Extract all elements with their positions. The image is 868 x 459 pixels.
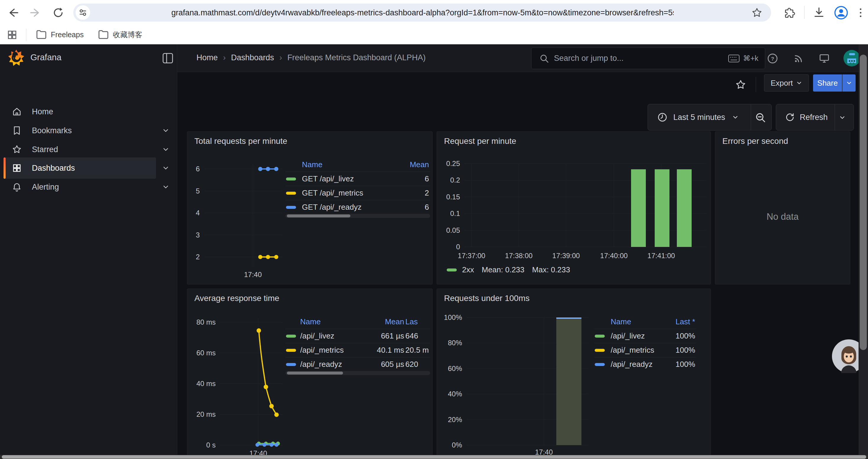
extensions-icon[interactable] — [783, 6, 795, 18]
panel-requests-under-100ms: Requests under 100ms 100%80%60%40%20%0%1… — [437, 289, 711, 459]
time-range-picker[interactable]: Last 5 minutes — [648, 112, 739, 122]
legend-row[interactable]: GET /api/_livez6 — [285, 172, 430, 186]
breadcrumb-current: Freeleaps Metrics Dashboard (ALPHA) — [287, 53, 426, 62]
search-input[interactable]: Search or jump to... ⌘+k — [531, 47, 765, 69]
legend-column-header[interactable]: Mean — [395, 160, 430, 169]
series-value: 40.1 ms — [367, 346, 405, 355]
legend-column-header[interactable]: Las — [405, 317, 430, 326]
browser-menu-icon[interactable] — [859, 7, 863, 18]
vertical-scrollbar-thumb[interactable] — [860, 55, 867, 350]
refresh-interval-chevron-icon[interactable] — [839, 114, 846, 121]
svg-text:0 s: 0 s — [206, 441, 216, 449]
legend-row[interactable]: /api/_readyz100% — [594, 357, 696, 371]
export-button[interactable]: Export — [764, 74, 809, 92]
panel-avg-response-time: Average response time 80 ms60 ms40 ms20 … — [187, 289, 433, 459]
legend-row[interactable]: 2xxMean: 0.233Max: 0.233 — [447, 265, 570, 274]
bookmarks-bar: Freeleaps 收藏博客 — [0, 25, 868, 44]
legend-row[interactable]: /api/_metrics40.1 ms20.5 m — [285, 343, 430, 357]
series-color-pill — [595, 335, 605, 338]
panel-request-per-minute: Request per minute 0.250.20.150.10.05017… — [437, 131, 711, 285]
series-max: Max: 0.233 — [532, 265, 570, 274]
search-icon — [539, 54, 549, 64]
legend-row[interactable]: GET /api/_readyz6 — [285, 200, 430, 214]
legend-row[interactable]: /api/_livez100% — [594, 329, 696, 343]
sidebar-item-starred[interactable]: Starred — [0, 139, 177, 160]
legend-column-header[interactable]: Name — [302, 160, 395, 169]
svg-text:60 ms: 60 ms — [196, 349, 216, 357]
grafana-header-left: Grafana — [0, 44, 177, 72]
sidebar-item-bookmarks[interactable]: Bookmarks — [0, 120, 177, 141]
legend-scrollbar-thumb[interactable] — [287, 371, 343, 374]
series-name: GET /api/_livez — [302, 174, 395, 184]
sidebar-item-label: Alerting — [32, 183, 59, 192]
clock-icon — [657, 112, 668, 122]
legend-scrollbar-thumb[interactable] — [287, 215, 350, 218]
refresh-button[interactable]: Refresh — [776, 112, 828, 122]
share-menu-button[interactable] — [842, 74, 856, 92]
svg-text:20 ms: 20 ms — [196, 410, 216, 418]
series-color-pill — [447, 268, 457, 271]
svg-text:0%: 0% — [452, 441, 462, 449]
grafana-logo-icon[interactable] — [8, 49, 25, 67]
chevron-down-icon — [732, 114, 739, 121]
chevron-down-icon — [162, 127, 169, 134]
svg-text:2: 2 — [196, 253, 200, 261]
back-icon[interactable] — [8, 8, 18, 18]
svg-text:17:38:00: 17:38:00 — [505, 252, 532, 260]
bookmark-folder-label: Freeleaps — [51, 30, 84, 39]
reload-icon[interactable] — [53, 7, 64, 18]
brand-label: Grafana — [30, 53, 61, 62]
url-input[interactable] — [171, 4, 674, 22]
forward-icon[interactable] — [30, 8, 41, 18]
horizontal-scrollbar-thumb[interactable] — [2, 455, 866, 459]
sidebar-item-alerting[interactable]: Alerting — [0, 176, 177, 198]
sidebar-item-dashboards[interactable]: Dashboards — [0, 157, 177, 179]
favorite-star-icon[interactable] — [735, 79, 746, 90]
downloads-icon[interactable] — [813, 6, 825, 18]
request-per-minute-chart: 0.250.20.150.10.05017:37:0017:38:0017:39… — [437, 132, 711, 285]
bookmark-folder-freeleaps[interactable]: Freeleaps — [35, 29, 84, 40]
legend-column-header[interactable]: Name — [300, 317, 367, 326]
address-bar[interactable] — [73, 4, 771, 22]
site-settings-icon[interactable] — [75, 5, 90, 20]
svg-text:0.1: 0.1 — [450, 209, 460, 218]
legend-column-header[interactable]: Name — [611, 317, 665, 326]
chevron-down-icon — [162, 164, 169, 172]
share-button[interactable]: Share — [813, 74, 842, 92]
profile-icon[interactable] — [834, 5, 848, 20]
series-name: GET /api/_readyz — [302, 203, 395, 212]
breadcrumb-home[interactable]: Home — [196, 53, 218, 62]
sidebar-item-home[interactable]: Home — [0, 101, 177, 122]
sidebar-toggle-icon[interactable] — [162, 52, 174, 64]
legend-row[interactable]: /api/_readyz605 µs620 — [285, 357, 430, 371]
apps-grid-icon — [12, 163, 22, 173]
monitor-icon[interactable] — [818, 53, 830, 64]
legend-column-header[interactable]: Last * — [665, 317, 696, 326]
sidebar-item-label: Bookmarks — [32, 126, 72, 135]
group-divider — [751, 104, 751, 130]
svg-text:20%: 20% — [448, 416, 462, 424]
legend-row[interactable]: GET /api/_metrics2 — [285, 186, 430, 200]
legend-column-header[interactable]: Mean — [367, 317, 405, 326]
breadcrumb-dashboards[interactable]: Dashboards — [231, 53, 274, 62]
svg-text:60%: 60% — [448, 364, 462, 372]
help-icon[interactable]: ? — [767, 53, 778, 64]
svg-text:40 ms: 40 ms — [196, 380, 216, 388]
zoom-out-icon[interactable] — [755, 112, 766, 123]
grafana-header: Grafana Home › Dashboards › Freeleaps Me… — [0, 44, 868, 72]
bookmark-folder-blog[interactable]: 收藏博客 — [97, 29, 143, 40]
series-name[interactable]: 2xx — [462, 265, 474, 274]
refresh-group: Refresh — [776, 104, 854, 131]
series-value: 661 µs — [367, 331, 405, 340]
panel-title[interactable]: Errors per second — [722, 136, 788, 146]
user-avatar[interactable] — [843, 50, 860, 67]
legend-row[interactable]: /api/_metrics100% — [594, 343, 696, 357]
apps-grid-icon[interactable] — [6, 29, 18, 40]
series-color-pill — [286, 349, 296, 352]
rss-news-icon[interactable] — [793, 53, 804, 64]
bookmark-star-icon[interactable] — [752, 7, 762, 18]
star-icon — [12, 144, 22, 155]
legend-row[interactable]: /api/_livez661 µs646 — [285, 329, 430, 343]
chevron-down-icon — [162, 183, 169, 191]
keyboard-icon — [728, 54, 740, 63]
